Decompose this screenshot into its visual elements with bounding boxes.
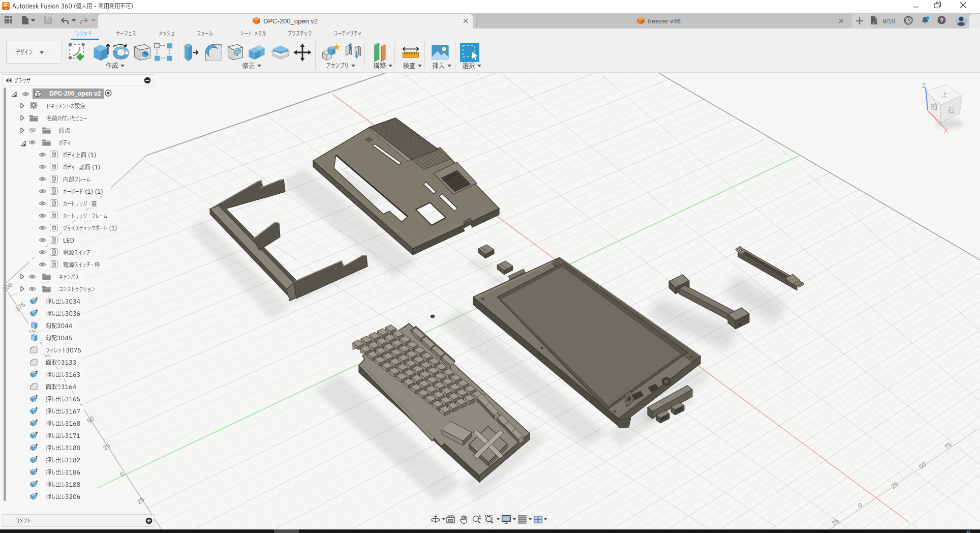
svg-text:F: F [4,3,7,8]
svg-text:?: ? [940,17,943,23]
svg-text:360: 360 [5,8,8,10]
